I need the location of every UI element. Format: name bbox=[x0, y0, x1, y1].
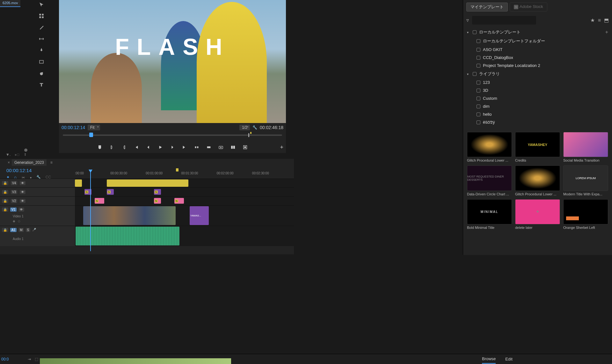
settings-icon[interactable]: 🔧 bbox=[252, 125, 257, 130]
resolution-dropdown[interactable]: 1/2 bbox=[239, 125, 250, 130]
scroll-knob[interactable] bbox=[24, 149, 27, 152]
audio-clip[interactable] bbox=[76, 227, 179, 245]
mark-in-button[interactable] bbox=[109, 145, 114, 150]
tree-item[interactable]: ěščřžý bbox=[466, 118, 609, 126]
tree-folder-library[interactable]: ▾ ライブラリ bbox=[466, 69, 609, 78]
overwrite-icon[interactable]: ⬚ bbox=[35, 357, 38, 361]
tree-item[interactable]: 3D bbox=[466, 86, 609, 94]
track-header-v2[interactable]: 🔒V2👁 bbox=[0, 197, 75, 205]
my-templates-tab[interactable]: マイテンプレート bbox=[466, 3, 508, 11]
monitor-scrubber[interactable] bbox=[59, 132, 286, 142]
toggle-proxies-button[interactable] bbox=[243, 145, 248, 150]
time-ruler[interactable]: :00:00 00:00:30:00 00:01:00:00 00:01:30:… bbox=[75, 171, 288, 177]
lift-button[interactable] bbox=[194, 145, 199, 150]
tree-folder-local[interactable]: ▾ ローカルテンプレート + bbox=[466, 28, 609, 37]
playhead-timecode[interactable]: 00:00:12:14 bbox=[62, 125, 85, 130]
scrub-playhead[interactable] bbox=[89, 133, 93, 137]
marker-icon[interactable] bbox=[250, 132, 251, 134]
clip[interactable]: fx bbox=[174, 198, 184, 204]
svg-rect-0 bbox=[40, 61, 43, 63]
timeline-timecode[interactable]: 00:00:12:14 bbox=[6, 168, 32, 173]
playhead[interactable] bbox=[90, 171, 91, 251]
adobe-stock-tab[interactable]: StAdobe Stock bbox=[510, 3, 547, 11]
clip[interactable]: fx bbox=[107, 189, 114, 195]
filter-icon[interactable]: ▼. bbox=[6, 152, 11, 157]
panel-menu-icon[interactable]: ≡ bbox=[50, 160, 53, 165]
tree-item[interactable]: hello bbox=[466, 110, 609, 118]
clip[interactable]: fx bbox=[154, 189, 161, 195]
template-thumbnail[interactable]: MOST REQUESTED DINER DESSERTSData-Driven… bbox=[467, 165, 512, 196]
wand-tool-icon[interactable] bbox=[38, 24, 45, 31]
go-to-in-button[interactable] bbox=[134, 145, 139, 150]
favorite-icon[interactable]: ★ bbox=[590, 17, 595, 23]
checkbox[interactable] bbox=[473, 72, 477, 76]
chevron-down-icon[interactable]: ▾ bbox=[467, 72, 470, 76]
filter-icon[interactable]: ▿ bbox=[466, 17, 469, 23]
step-back-button[interactable] bbox=[146, 145, 151, 150]
thumbnail-label: Data-Driven Circle Chart ... bbox=[467, 192, 512, 196]
track-header-v3[interactable]: 🔒V3👁 bbox=[0, 188, 75, 196]
clip[interactable]: fx bbox=[154, 198, 161, 204]
template-thumbnail[interactable]: LOREM IPSUMModern Title With Expa... bbox=[563, 165, 608, 196]
close-tab-icon[interactable]: × bbox=[8, 160, 10, 165]
template-thumbnail[interactable]: Social Media Transition bbox=[563, 132, 608, 162]
tree-item[interactable]: ローカルテンプレートフォルダー bbox=[466, 37, 609, 46]
tool-icon[interactable] bbox=[38, 12, 45, 20]
arrows-tool-icon[interactable] bbox=[38, 35, 45, 43]
type-tool-icon[interactable] bbox=[38, 81, 45, 89]
timeline-marker[interactable] bbox=[176, 168, 178, 171]
bottom-timecode[interactable]: 00:0 bbox=[1, 357, 9, 361]
video-clip[interactable] bbox=[83, 206, 176, 225]
template-thumbnail[interactable]: Orange Sherbet Left bbox=[563, 199, 608, 229]
checkbox[interactable] bbox=[473, 30, 477, 34]
track-header-v4[interactable]: 🔒V4👁 bbox=[0, 179, 75, 187]
play-button[interactable] bbox=[158, 145, 163, 150]
track-header-a1[interactable]: 🔒A1MS🎤 Audio 1 bbox=[0, 226, 75, 246]
pen-tool-icon[interactable] bbox=[38, 47, 45, 54]
template-thumbnail[interactable]: ✖delete later bbox=[515, 199, 560, 229]
template-thumbnail[interactable]: YAMASHEYCredits bbox=[515, 132, 560, 162]
clip[interactable] bbox=[107, 179, 188, 187]
clip[interactable]: YAMAS... bbox=[190, 206, 209, 225]
add-icon[interactable]: + bbox=[605, 29, 608, 35]
mark-out-button[interactable] bbox=[121, 145, 127, 150]
sort-icon[interactable]: ≡ bbox=[598, 18, 601, 23]
tree-item[interactable]: dim bbox=[466, 102, 609, 110]
tree-item[interactable]: 123 bbox=[466, 78, 609, 86]
out-point[interactable] bbox=[248, 133, 249, 137]
eg-bottom-tabs: Browse Edit bbox=[463, 354, 612, 364]
tree-item[interactable]: ASO GKIT bbox=[466, 46, 609, 54]
insert-icon[interactable]: ⇥ bbox=[28, 357, 31, 361]
track-header-v1[interactable]: 🔒V1👁 Video 1 ◆◇ bbox=[0, 206, 75, 226]
zoom-fit-dropdown[interactable]: Fit bbox=[88, 125, 100, 130]
export-icon[interactable]: ⬆ bbox=[24, 152, 27, 157]
new-library-icon[interactable]: ⬒ bbox=[604, 17, 609, 23]
video-preview[interactable]: FLASH bbox=[59, 0, 286, 123]
source-clip-tab[interactable]: 6205.mov bbox=[0, 0, 20, 7]
rectangle-tool-icon[interactable] bbox=[38, 58, 45, 66]
clip[interactable] bbox=[75, 179, 82, 187]
button-editor-icon[interactable]: + bbox=[280, 144, 283, 151]
sequence-tab[interactable]: Generation_2023 bbox=[12, 159, 47, 166]
new-item-icon[interactable]: ▸□ bbox=[15, 152, 19, 157]
template-thumbnail[interactable]: MINIMALBold Minimal Title bbox=[467, 199, 512, 229]
hand-tool-icon[interactable] bbox=[38, 69, 45, 77]
tracks-area: 🔒V4👁 🔒V3👁 fx fx fx 🔒V2👁 fx bbox=[0, 178, 294, 254]
add-marker-button[interactable] bbox=[97, 145, 102, 150]
comparison-view-button[interactable] bbox=[230, 145, 236, 150]
template-thumbnail[interactable]: Glitch Procedural Lower ... bbox=[467, 132, 512, 162]
tree-item[interactable]: CCD_DialogBox bbox=[466, 54, 609, 62]
export-frame-button[interactable] bbox=[218, 145, 223, 150]
go-to-out-button[interactable] bbox=[182, 145, 187, 150]
step-forward-button[interactable] bbox=[170, 145, 175, 150]
clip[interactable]: fx bbox=[95, 198, 104, 204]
tree-item[interactable]: Custom bbox=[466, 94, 609, 102]
selection-tool-icon[interactable] bbox=[38, 1, 45, 8]
browse-tab[interactable]: Browse bbox=[482, 354, 496, 364]
edit-tab[interactable]: Edit bbox=[505, 355, 512, 363]
template-search-input[interactable] bbox=[472, 16, 536, 25]
tree-item[interactable]: Project Template Localization 2 bbox=[466, 62, 609, 69]
extract-button[interactable] bbox=[206, 145, 211, 150]
chevron-down-icon[interactable]: ▾ bbox=[467, 31, 470, 34]
template-thumbnail[interactable]: Glitch Procedural Lower ... bbox=[515, 165, 560, 196]
